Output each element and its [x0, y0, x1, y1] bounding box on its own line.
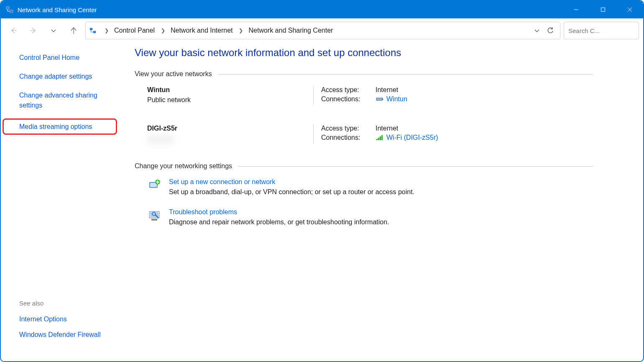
adapter-icon	[376, 96, 384, 102]
svg-rect-12	[93, 31, 96, 33]
network-profile: Public network	[147, 96, 313, 104]
section-label: View your active networks	[135, 70, 212, 78]
access-type-value: Internet	[376, 86, 398, 94]
vertical-divider	[313, 125, 314, 144]
vertical-divider	[313, 86, 314, 105]
section-rule	[238, 166, 593, 167]
minimize-button[interactable]	[563, 1, 590, 18]
titlebar: Network and Sharing Center	[1, 1, 643, 18]
body: Control Panel Home Change adapter settin…	[1, 43, 643, 361]
address-bar[interactable]: ❯ Control Panel ❯ Network and Internet ❯…	[85, 22, 560, 39]
svg-rect-19	[380, 136, 381, 140]
close-button[interactable]	[616, 1, 643, 18]
refresh-button[interactable]	[544, 27, 557, 34]
sidebar-link-label: Media streaming options	[19, 123, 92, 130]
svg-rect-11	[90, 28, 92, 30]
settings-item: Set up a new connection or network Set u…	[147, 178, 593, 196]
network-center-icon	[6, 6, 13, 13]
address-dropdown-button[interactable]	[531, 28, 543, 33]
access-type-label: Access type:	[321, 86, 376, 94]
svg-rect-20	[381, 135, 383, 140]
svg-rect-15	[376, 98, 382, 100]
sidebar-link-media-streaming[interactable]: Media streaming options	[8, 119, 114, 134]
recent-locations-button[interactable]	[45, 22, 62, 39]
network-row: DIGI-zS5r Access type: Internet Connecti…	[147, 125, 593, 144]
svg-rect-28	[151, 219, 157, 221]
network-profile-blurred	[147, 135, 313, 144]
sidebar-link-adapter[interactable]: Change adapter settings	[19, 72, 114, 81]
chevron-right-icon[interactable]: ❯	[102, 28, 111, 33]
content: View your basic network information and …	[122, 43, 643, 361]
sidebar-footer: See also Internet Options Windows Defend…	[19, 300, 114, 339]
network-name: DIGI-zS5r	[147, 125, 313, 132]
change-settings-section-header: Change your networking settings	[135, 162, 593, 170]
see-also-label: See also	[19, 300, 114, 307]
access-type-value: Internet	[376, 125, 398, 132]
breadcrumb-item[interactable]: Network and Internet	[168, 25, 235, 36]
access-type-label: Access type:	[321, 125, 376, 132]
chevron-right-icon[interactable]: ❯	[236, 28, 245, 33]
breadcrumb-item[interactable]: Control Panel	[112, 25, 157, 36]
troubleshoot-icon	[147, 208, 162, 223]
sidebar-link-home[interactable]: Control Panel Home	[19, 53, 114, 62]
settings-link-new-connection[interactable]: Set up a new connection or network	[169, 178, 414, 186]
forward-button[interactable]	[25, 22, 42, 39]
chevron-right-icon[interactable]: ❯	[158, 28, 167, 33]
page-heading: View your basic network information and …	[135, 47, 593, 59]
svg-rect-17	[376, 139, 378, 140]
see-also-defender-firewall[interactable]: Windows Defender Firewall	[19, 330, 114, 339]
settings-description: Set up a broadband, dial-up, or VPN conn…	[169, 188, 414, 196]
connections-label: Connections:	[321, 134, 376, 141]
back-button[interactable]	[5, 22, 22, 39]
network-name: Wintun	[147, 86, 313, 94]
search-box[interactable]	[564, 22, 639, 39]
connection-link[interactable]: Wi-Fi (DIGI-zS5r)	[386, 134, 438, 141]
network-left: Wintun Public network	[147, 86, 313, 105]
breadcrumb-item[interactable]: Network and Sharing Center	[246, 25, 335, 36]
settings-item: Troubleshoot problems Diagnose and repai…	[147, 208, 593, 226]
connection-link[interactable]: Wintun	[386, 95, 407, 103]
settings-link-troubleshoot[interactable]: Troubleshoot problems	[169, 208, 389, 216]
network-right: Access type: Internet Connections: Wi-Fi…	[321, 125, 593, 144]
sidebar: Control Panel Home Change adapter settin…	[1, 43, 122, 361]
svg-rect-1	[10, 10, 13, 13]
network-right: Access type: Internet Connections: Wintu…	[321, 86, 593, 105]
svg-rect-0	[6, 7, 9, 9]
window-controls	[563, 1, 643, 18]
connections-label: Connections:	[321, 95, 376, 103]
section-label: Change your networking settings	[135, 162, 232, 170]
svg-rect-18	[378, 138, 379, 140]
toolbar: ❯ Control Panel ❯ Network and Internet ❯…	[1, 18, 643, 43]
network-left: DIGI-zS5r	[147, 125, 313, 144]
settings-description: Diagnose and repair network problems, or…	[169, 218, 389, 226]
svg-rect-16	[382, 98, 383, 100]
new-connection-icon	[147, 178, 162, 193]
section-rule	[218, 74, 593, 74]
search-input[interactable]	[568, 27, 644, 34]
svg-rect-5	[601, 8, 605, 12]
active-networks-section-header: View your active networks	[135, 70, 593, 78]
address-icon	[89, 27, 97, 34]
up-button[interactable]	[65, 22, 82, 39]
wifi-signal-icon	[376, 135, 384, 141]
sidebar-link-advanced-sharing[interactable]: Change advanced sharing settings	[19, 90, 114, 110]
see-also-internet-options[interactable]: Internet Options	[19, 314, 114, 324]
maximize-button[interactable]	[590, 1, 616, 18]
window-title: Network and Sharing Center	[18, 6, 97, 13]
network-row: Wintun Public network Access type: Inter…	[147, 86, 593, 105]
